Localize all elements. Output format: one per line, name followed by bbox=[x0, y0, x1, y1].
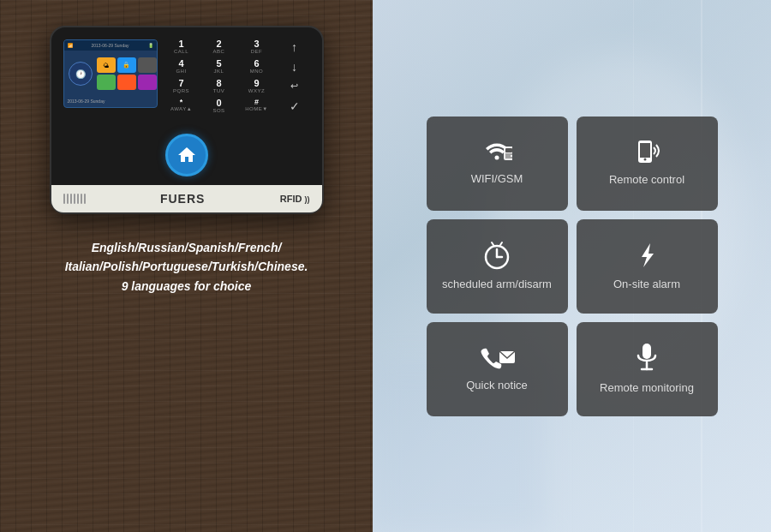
svg-point-0 bbox=[495, 156, 499, 160]
scheduled-label: scheduled arm/disarm bbox=[442, 278, 552, 292]
svg-marker-14 bbox=[642, 243, 654, 267]
feature-remote-monitoring: Remote monitoring bbox=[577, 322, 718, 416]
languages-line3: 9 languages for choice bbox=[65, 277, 308, 296]
svg-rect-2 bbox=[505, 148, 512, 152]
brand-name: FUERS bbox=[160, 192, 205, 206]
languages-line1: English/Russian/Spanish/French/ bbox=[65, 238, 308, 257]
languages-description: English/Russian/Spanish/French/ Italian/… bbox=[65, 238, 308, 296]
screen-area: 📶 2013-06-29 Sunday 🔋 🕐 🌤 bbox=[63, 39, 310, 118]
quick-notice-label: Quick notice bbox=[466, 379, 528, 393]
quick-notice-icon bbox=[475, 344, 518, 372]
home-button[interactable] bbox=[165, 134, 208, 176]
feature-scheduled: scheduled arm/disarm bbox=[427, 219, 568, 314]
device-footer: FUERS RFID )) bbox=[51, 185, 322, 212]
remote-monitoring-label: Remote monitoring bbox=[600, 381, 694, 396]
svg-point-8 bbox=[644, 158, 647, 161]
remote-monitoring-icon bbox=[634, 342, 660, 374]
wifi-gsm-label: WIFI/GSM bbox=[471, 172, 523, 187]
rfid-label: RFID )) bbox=[280, 194, 310, 204]
wifi-gsm-icon bbox=[481, 140, 512, 165]
feature-onsite-alarm: On-site alarm bbox=[577, 219, 718, 314]
keypad: 1CALL 2ABC 3DEF ↑ 4GHI 5JKL 6MNO ↓ 7PQRS… bbox=[166, 39, 310, 118]
features-grid: WIFI/GSM Remote control bbox=[427, 117, 718, 416]
home-button-area bbox=[63, 129, 310, 178]
left-panel: 📶 2013-06-29 Sunday 🔋 🕐 🌤 bbox=[0, 0, 373, 532]
right-panel: WIFI/GSM Remote control bbox=[373, 0, 771, 532]
alarm-device: 📶 2013-06-29 Sunday 🔋 🕐 🌤 bbox=[50, 26, 324, 214]
svg-line-12 bbox=[492, 242, 493, 245]
speaker bbox=[63, 194, 86, 204]
remote-control-label: Remote control bbox=[609, 173, 684, 188]
scheduled-icon bbox=[481, 240, 512, 271]
svg-rect-16 bbox=[642, 344, 651, 359]
onsite-alarm-label: On-site alarm bbox=[613, 278, 680, 292]
feature-quick-notice: Quick notice bbox=[427, 322, 568, 416]
device-container: 📶 2013-06-29 Sunday 🔋 🕐 🌤 bbox=[50, 26, 324, 214]
feature-remote-control: Remote control bbox=[577, 117, 718, 211]
svg-rect-7 bbox=[640, 143, 650, 158]
onsite-alarm-icon bbox=[631, 240, 662, 271]
languages-line2: Italian/Polish/Portuguese/Turkish/Chines… bbox=[65, 257, 308, 276]
device-screen: 📶 2013-06-29 Sunday 🔋 🕐 🌤 bbox=[63, 39, 158, 108]
svg-line-13 bbox=[500, 242, 502, 245]
remote-control-icon bbox=[630, 139, 664, 166]
feature-wifi-gsm: WIFI/GSM bbox=[427, 117, 568, 211]
